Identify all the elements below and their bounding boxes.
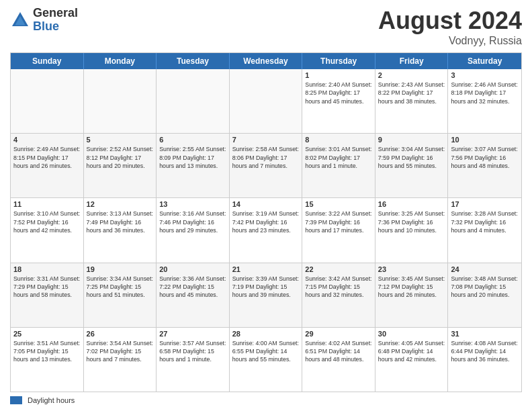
calendar-header: SundayMondayTuesdayWednesdayThursdayFrid… — [11, 53, 521, 69]
cal-cell-11: 11Sunrise: 3:10 AM Sunset: 7:52 PM Dayli… — [11, 198, 84, 262]
cal-cell-28: 28Sunrise: 4:00 AM Sunset: 6:55 PM Dayli… — [230, 328, 303, 392]
cal-cell-empty-0-0 — [11, 69, 84, 133]
week-row-1: 1Sunrise: 2:40 AM Sunset: 8:25 PM Daylig… — [11, 69, 521, 134]
header-day-sunday: Sunday — [11, 53, 84, 69]
day-info: Sunrise: 3:48 AM Sunset: 7:08 PM Dayligh… — [451, 275, 519, 300]
day-info: Sunrise: 2:52 AM Sunset: 8:12 PM Dayligh… — [87, 145, 154, 170]
cal-cell-5: 5Sunrise: 2:52 AM Sunset: 8:12 PM Daylig… — [84, 134, 157, 197]
calendar: SundayMondayTuesdayWednesdayThursdayFrid… — [10, 52, 522, 392]
day-number: 5 — [87, 136, 154, 144]
page: General Blue August 2024 Vodnyy, Russia … — [0, 0, 532, 411]
day-info: Sunrise: 2:49 AM Sunset: 8:15 PM Dayligh… — [13, 145, 81, 170]
day-info: Sunrise: 4:05 AM Sunset: 6:48 PM Dayligh… — [378, 339, 445, 364]
cal-cell-17: 17Sunrise: 3:28 AM Sunset: 7:32 PM Dayli… — [448, 198, 521, 262]
cal-cell-21: 21Sunrise: 3:39 AM Sunset: 7:19 PM Dayli… — [230, 263, 303, 327]
day-number: 3 — [451, 71, 519, 79]
day-number: 11 — [13, 200, 81, 208]
day-number: 8 — [305, 136, 372, 144]
day-info: Sunrise: 2:43 AM Sunset: 8:22 PM Dayligh… — [378, 81, 445, 105]
cal-cell-empty-0-1 — [84, 69, 157, 133]
day-info: Sunrise: 3:36 AM Sunset: 7:22 PM Dayligh… — [159, 275, 226, 300]
header-day-saturday: Saturday — [448, 53, 521, 69]
cal-cell-23: 23Sunrise: 3:45 AM Sunset: 7:12 PM Dayli… — [375, 263, 449, 327]
day-number: 24 — [451, 265, 519, 273]
header-day-monday: Monday — [84, 53, 157, 69]
cal-cell-31: 31Sunrise: 4:08 AM Sunset: 6:44 PM Dayli… — [448, 328, 521, 392]
day-number: 29 — [305, 330, 372, 338]
day-info: Sunrise: 2:55 AM Sunset: 8:09 PM Dayligh… — [159, 145, 226, 170]
day-number: 4 — [13, 136, 81, 144]
day-number: 15 — [305, 200, 372, 208]
day-number: 26 — [87, 330, 154, 338]
day-number: 21 — [232, 265, 300, 273]
logo-blue: Blue — [33, 20, 78, 34]
day-number: 23 — [378, 265, 445, 273]
day-number: 19 — [87, 265, 154, 273]
cal-cell-22: 22Sunrise: 3:42 AM Sunset: 7:15 PM Dayli… — [302, 263, 375, 327]
day-number: 25 — [13, 330, 81, 338]
day-info: Sunrise: 4:02 AM Sunset: 6:51 PM Dayligh… — [305, 339, 372, 364]
header-day-wednesday: Wednesday — [230, 53, 303, 69]
week-row-4: 18Sunrise: 3:31 AM Sunset: 7:29 PM Dayli… — [11, 263, 521, 328]
week-row-3: 11Sunrise: 3:10 AM Sunset: 7:52 PM Dayli… — [11, 198, 521, 263]
cal-cell-8: 8Sunrise: 3:01 AM Sunset: 8:02 PM Daylig… — [302, 134, 375, 197]
footer: Daylight hours — [10, 396, 522, 404]
logo-text: General Blue — [33, 7, 78, 34]
day-number: 18 — [13, 265, 81, 273]
day-number: 16 — [378, 200, 445, 208]
cal-cell-16: 16Sunrise: 3:25 AM Sunset: 7:36 PM Dayli… — [375, 198, 449, 262]
day-number: 14 — [232, 200, 300, 208]
day-info: Sunrise: 3:45 AM Sunset: 7:12 PM Dayligh… — [378, 275, 445, 300]
day-info: Sunrise: 2:40 AM Sunset: 8:25 PM Dayligh… — [305, 81, 372, 105]
day-info: Sunrise: 3:34 AM Sunset: 7:25 PM Dayligh… — [87, 275, 154, 300]
logo-general: General — [33, 7, 78, 20]
day-info: Sunrise: 3:51 AM Sunset: 7:05 PM Dayligh… — [13, 339, 81, 364]
day-info: Sunrise: 3:16 AM Sunset: 7:46 PM Dayligh… — [159, 210, 226, 234]
header-day-friday: Friday — [375, 53, 449, 69]
cal-cell-9: 9Sunrise: 3:04 AM Sunset: 7:59 PM Daylig… — [375, 134, 449, 197]
cal-cell-3: 3Sunrise: 2:46 AM Sunset: 8:18 PM Daylig… — [448, 69, 521, 133]
cal-cell-27: 27Sunrise: 3:57 AM Sunset: 6:58 PM Dayli… — [157, 328, 230, 392]
title-block: August 2024 Vodnyy, Russia — [378, 7, 522, 47]
day-info: Sunrise: 3:04 AM Sunset: 7:59 PM Dayligh… — [378, 145, 445, 170]
day-number: 20 — [159, 265, 226, 273]
day-info: Sunrise: 3:22 AM Sunset: 7:39 PM Dayligh… — [305, 210, 372, 234]
day-number: 2 — [378, 71, 445, 79]
header-day-tuesday: Tuesday — [157, 53, 230, 69]
footer-label: Daylight hours — [28, 396, 75, 404]
day-number: 6 — [159, 136, 226, 144]
day-number: 17 — [451, 200, 519, 208]
day-info: Sunrise: 3:19 AM Sunset: 7:42 PM Dayligh… — [232, 210, 300, 234]
day-info: Sunrise: 3:31 AM Sunset: 7:29 PM Dayligh… — [13, 275, 81, 300]
day-number: 10 — [451, 136, 519, 144]
cal-cell-empty-0-2 — [157, 69, 230, 133]
cal-cell-20: 20Sunrise: 3:36 AM Sunset: 7:22 PM Dayli… — [157, 263, 230, 327]
cal-cell-19: 19Sunrise: 3:34 AM Sunset: 7:25 PM Dayli… — [84, 263, 157, 327]
day-info: Sunrise: 3:28 AM Sunset: 7:32 PM Dayligh… — [451, 210, 519, 234]
day-info: Sunrise: 3:13 AM Sunset: 7:49 PM Dayligh… — [87, 210, 154, 234]
cal-cell-24: 24Sunrise: 3:48 AM Sunset: 7:08 PM Dayli… — [448, 263, 521, 327]
cal-cell-empty-0-3 — [230, 69, 303, 133]
cal-cell-29: 29Sunrise: 4:02 AM Sunset: 6:51 PM Dayli… — [302, 328, 375, 392]
title-month: August 2024 — [378, 7, 522, 35]
day-info: Sunrise: 4:00 AM Sunset: 6:55 PM Dayligh… — [232, 339, 300, 364]
logo: General Blue — [10, 7, 78, 34]
day-info: Sunrise: 3:25 AM Sunset: 7:36 PM Dayligh… — [378, 210, 445, 234]
week-row-2: 4Sunrise: 2:49 AM Sunset: 8:15 PM Daylig… — [11, 134, 521, 198]
day-number: 7 — [232, 136, 300, 144]
day-info: Sunrise: 3:39 AM Sunset: 7:19 PM Dayligh… — [232, 275, 300, 300]
day-number: 30 — [378, 330, 445, 338]
header: General Blue August 2024 Vodnyy, Russia — [10, 7, 522, 47]
cal-cell-18: 18Sunrise: 3:31 AM Sunset: 7:29 PM Dayli… — [11, 263, 84, 327]
header-day-thursday: Thursday — [302, 53, 375, 69]
day-info: Sunrise: 2:58 AM Sunset: 8:06 PM Dayligh… — [232, 145, 300, 170]
day-number: 12 — [87, 200, 154, 208]
cal-cell-15: 15Sunrise: 3:22 AM Sunset: 7:39 PM Dayli… — [302, 198, 375, 262]
day-info: Sunrise: 3:57 AM Sunset: 6:58 PM Dayligh… — [159, 339, 226, 364]
cal-cell-30: 30Sunrise: 4:05 AM Sunset: 6:48 PM Dayli… — [375, 328, 449, 392]
cal-cell-12: 12Sunrise: 3:13 AM Sunset: 7:49 PM Dayli… — [84, 198, 157, 262]
calendar-body: 1Sunrise: 2:40 AM Sunset: 8:25 PM Daylig… — [11, 69, 521, 392]
cal-cell-1: 1Sunrise: 2:40 AM Sunset: 8:25 PM Daylig… — [302, 69, 375, 133]
day-info: Sunrise: 3:07 AM Sunset: 7:56 PM Dayligh… — [451, 145, 519, 170]
cal-cell-7: 7Sunrise: 2:58 AM Sunset: 8:06 PM Daylig… — [230, 134, 303, 197]
